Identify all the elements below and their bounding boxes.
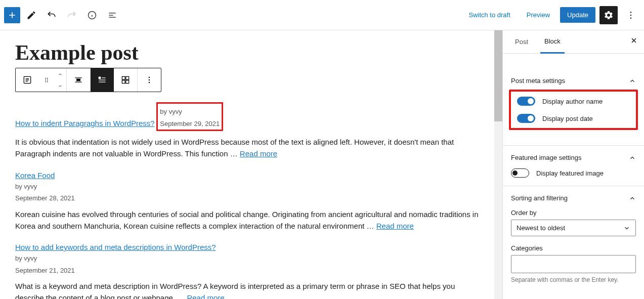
chevron-up-icon [629,154,636,161]
editor-canvas[interactable]: Example post [0,30,494,299]
post-meta-settings-panel: Post meta settings Display author name D… [503,69,644,146]
post-date: September 29, 2021 [160,119,220,129]
setting-label: Display featured image [536,169,604,177]
post-author: by vyvy [160,107,220,117]
panel-header-post-meta[interactable]: Post meta settings [511,77,636,84]
drag-handle-button[interactable] [39,68,54,92]
post-title[interactable]: Example post [15,40,479,65]
post-list-item: Korea Food by vyvy September 28, 2021 Ko… [15,171,479,232]
sidebar-tabs: Post Block [503,30,644,54]
post-title-link[interactable]: How to indent Paragraghs in WordPress? [15,119,155,127]
toggle-display-date[interactable] [517,114,535,123]
editor-scrollbar[interactable] [494,30,502,299]
panel-header-featured-image[interactable]: Featured image settings [511,154,636,161]
svg-point-5 [45,78,46,79]
svg-point-19 [149,82,150,83]
post-date: September 21, 2021 [15,266,479,276]
svg-point-17 [149,77,150,78]
svg-point-6 [47,78,48,79]
toolbar-left [4,6,121,24]
settings-sidebar: Post Block Post meta settings Display au… [502,30,644,299]
toolbar-right: Switch to draft Preview Update [462,6,640,24]
setting-label: Display author name [542,98,603,105]
svg-point-1 [630,11,632,13]
align-icon [73,75,83,85]
categories-input[interactable] [511,255,636,273]
svg-point-9 [45,81,46,82]
read-more-link[interactable]: Read more [187,293,224,299]
post-title-link[interactable]: Korea Food [15,171,55,180]
chevron-down-icon [623,225,630,232]
undo-button[interactable] [42,6,61,24]
setting-display-date: Display post date [517,114,630,123]
update-button[interactable]: Update [560,7,595,23]
categories-help-text: Separate with commas or the Enter key. [511,276,636,283]
svg-rect-11 [77,79,80,80]
post-list-item: How to add keywords and meta description… [15,243,479,299]
featured-image-settings-panel: Featured image settings Display featured… [503,146,644,186]
list-view-icon [97,75,107,85]
list-block-icon [22,75,32,85]
list-view-button[interactable] [91,68,114,92]
post-list-item: How to indent Paragraghs in WordPress? b… [15,101,479,160]
tab-block[interactable]: Block [540,30,565,54]
settings-button[interactable] [599,6,618,24]
close-icon [630,36,638,45]
svg-rect-14 [126,76,129,79]
more-vertical-icon [144,75,154,85]
scrollbar-thumb[interactable] [494,30,502,121]
move-down-button[interactable] [54,80,66,92]
block-more-button[interactable] [138,68,161,92]
outline-button[interactable] [103,6,121,24]
tab-post[interactable]: Post [511,31,532,53]
svg-point-18 [149,79,150,81]
post-excerpt: Korean cuisine has evolved through centu… [15,208,479,232]
edit-tool-button[interactable] [22,6,40,24]
grid-view-button[interactable] [114,68,137,92]
chevron-down-icon [58,83,63,89]
svg-point-8 [47,79,48,80]
redo-button[interactable] [63,6,81,24]
svg-point-3 [630,17,632,19]
block-type-button[interactable] [16,68,39,92]
svg-point-2 [630,14,632,16]
svg-rect-15 [122,80,125,83]
setting-display-featured: Display featured image [511,168,636,178]
more-options-button[interactable] [622,6,640,24]
svg-rect-16 [126,80,129,83]
preview-button[interactable]: Preview [521,7,556,23]
sorting-filtering-panel: Sorting and filtering Order by Newest to… [503,186,644,291]
move-up-button[interactable] [54,68,66,80]
drag-icon [43,76,50,83]
chevron-up-icon [629,77,636,84]
order-by-select[interactable]: Newest to oldest [511,220,636,236]
annotation-highlight: by vyvy September 29, 2021 [156,102,223,131]
post-author: by vyvy [15,182,479,192]
svg-rect-13 [122,76,125,79]
add-block-button[interactable] [4,7,20,23]
align-button[interactable] [67,68,90,92]
post-title-link[interactable]: How to add keywords and meta description… [15,243,216,251]
annotation-highlight: Display author name Display post date [509,90,638,130]
read-more-link[interactable]: Read more [376,222,414,230]
chevron-up-icon [58,72,63,77]
close-sidebar-button[interactable] [630,36,638,45]
post-excerpt: It is obvious that indentation is not wi… [15,136,479,160]
categories-label: Categories [511,244,636,252]
post-date: September 28, 2021 [15,193,479,203]
svg-point-10 [47,81,48,82]
block-toolbar [15,68,161,92]
order-by-label: Order by [511,209,636,217]
info-button[interactable] [83,6,101,24]
toggle-display-featured[interactable] [511,168,529,178]
post-excerpt: What is a keyword and meta description i… [15,280,479,299]
setting-label: Display post date [542,115,593,122]
post-author: by vyvy [15,253,479,264]
panel-header-sorting[interactable]: Sorting and filtering [511,194,636,202]
top-toolbar: Switch to draft Preview Update [0,0,644,30]
svg-point-7 [45,79,46,80]
toggle-display-author[interactable] [517,97,535,106]
read-more-link[interactable]: Read more [240,149,277,158]
setting-display-author: Display author name [517,97,630,106]
switch-to-draft-button[interactable]: Switch to draft [462,7,516,23]
